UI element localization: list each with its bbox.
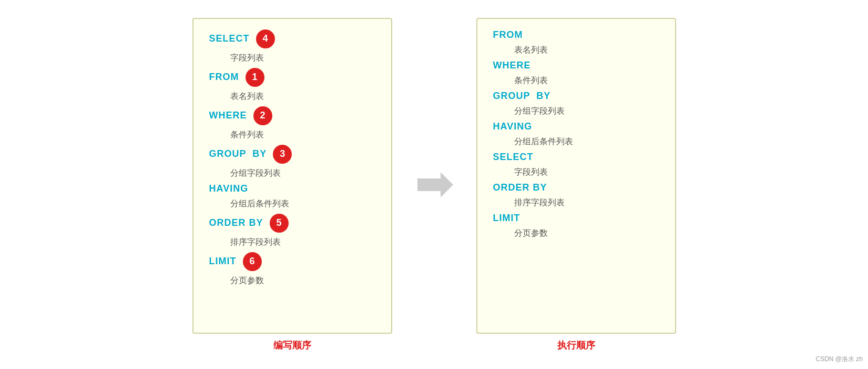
left-row-where: WHERE 2 [209,106,375,125]
right-value-limit: 分页参数 [514,225,548,242]
badge-2: 2 [253,106,272,125]
right-row-groupby: GROUP BY [493,91,659,102]
left-value-where-row: 条件列表 [209,126,375,144]
left-keyword-groupby: GROUP BY [209,148,267,159]
badge-1: 1 [246,68,264,87]
left-value-orderby-row: 排序字段列表 [209,234,375,251]
badge-3: 3 [273,145,292,164]
right-box-wrapper: FROM 表名列表 WHERE 条件列表 GROUP BY 分组字段列表 HAV… [476,18,676,352]
badge-6: 6 [243,252,262,271]
right-keyword-limit: LIMIT [493,213,520,224]
left-row-groupby: GROUP BY 3 [209,145,375,164]
badge-5: 5 [270,214,289,233]
right-value-groupby: 分组字段列表 [514,103,565,120]
right-value-having: 分组后条件列表 [514,133,573,151]
right-row-where: WHERE [493,60,659,71]
right-row-from: FROM [493,29,659,41]
left-sql-box: SELECT 4 字段列表 FROM 1 表名列表 WHERE 2 条件列表 [192,18,392,334]
main-container: SELECT 4 字段列表 FROM 1 表名列表 WHERE 2 条件列表 [0,7,868,362]
left-keyword-having: HAVING [209,183,249,194]
left-value-having: 分组后条件列表 [230,195,289,213]
left-keyword-select: SELECT [209,33,250,44]
right-value-limit-row: 分页参数 [493,225,659,242]
right-keyword-groupby: GROUP BY [493,91,551,102]
left-value-orderby: 排序字段列表 [230,234,281,251]
right-value-select-row: 字段列表 [493,164,659,181]
left-keyword-orderby: ORDER BY [209,217,263,228]
right-value-where: 条件列表 [514,72,548,89]
right-value-groupby-row: 分组字段列表 [493,103,659,120]
left-value-limit-row: 分页参数 [209,272,375,290]
right-keyword-having: HAVING [493,121,533,132]
right-value-from: 表名列表 [514,42,548,59]
right-sql-box: FROM 表名列表 WHERE 条件列表 GROUP BY 分组字段列表 HAV… [476,18,676,334]
left-row-select: SELECT 4 [209,29,375,48]
left-row-limit: LIMIT 6 [209,252,375,271]
right-row-select: SELECT [493,152,659,163]
right-value-having-row: 分组后条件列表 [493,133,659,151]
right-keyword-orderby: ORDER BY [493,182,547,193]
left-keyword-limit: LIMIT [209,256,237,267]
right-row-having: HAVING [493,121,659,132]
left-keyword-where: WHERE [209,110,247,121]
left-row-having: HAVING [209,183,375,194]
left-value-from: 表名列表 [230,88,264,105]
right-value-select: 字段列表 [514,164,548,181]
right-value-where-row: 条件列表 [493,72,659,89]
right-box-label: 执行顺序 [557,339,595,352]
left-value-groupby: 分组字段列表 [230,165,281,182]
right-value-from-row: 表名列表 [493,42,659,59]
left-value-limit: 分页参数 [230,272,264,290]
right-row-limit: LIMIT [493,213,659,224]
left-value-select: 字段列表 [230,49,264,67]
arrow-icon [413,169,455,201]
left-row-from: FROM 1 [209,68,375,87]
left-value-where: 条件列表 [230,126,264,144]
left-value-select-row: 字段列表 [209,49,375,67]
arrow-container [413,169,455,201]
badge-4: 4 [256,29,275,48]
left-keyword-from: FROM [209,72,239,83]
left-value-groupby-row: 分组字段列表 [209,165,375,182]
left-row-orderby: ORDER BY 5 [209,214,375,233]
right-value-orderby: 排序字段列表 [514,194,565,212]
left-value-having-row: 分组后条件列表 [209,195,375,213]
left-box-label: 编写顺序 [273,339,311,352]
left-box-wrapper: SELECT 4 字段列表 FROM 1 表名列表 WHERE 2 条件列表 [192,18,392,352]
right-row-orderby: ORDER BY [493,182,659,193]
right-keyword-where: WHERE [493,60,531,71]
right-value-orderby-row: 排序字段列表 [493,194,659,212]
right-keyword-from: FROM [493,29,523,41]
watermark: CSDN @洛水 zh [815,355,863,364]
left-value-from-row: 表名列表 [209,88,375,105]
right-keyword-select: SELECT [493,152,534,163]
svg-marker-0 [417,172,453,197]
